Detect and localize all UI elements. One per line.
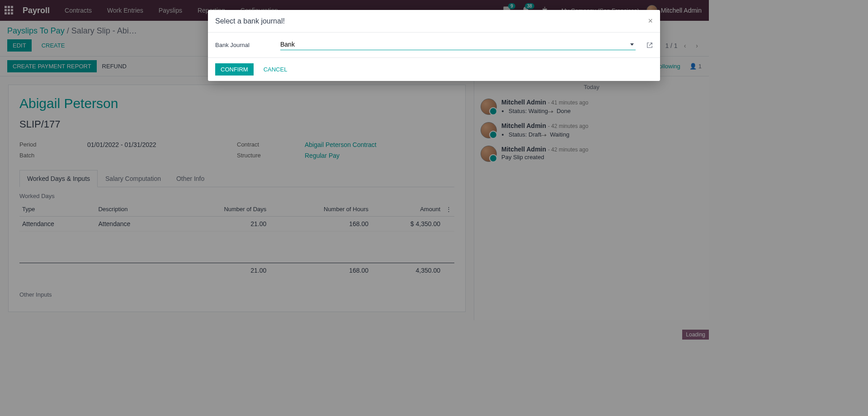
chevron-down-icon[interactable]	[630, 43, 634, 46]
modal-overlay: Select a bank journal! × Bank Journal Co…	[0, 0, 709, 340]
bank-journal-modal: Select a bank journal! × Bank Journal Co…	[208, 10, 660, 81]
confirm-button[interactable]: Confirm	[215, 63, 254, 76]
modal-title: Select a bank journal!	[215, 17, 285, 25]
close-icon[interactable]: ×	[648, 16, 653, 26]
bank-journal-label: Bank Journal	[215, 42, 274, 48]
bank-journal-input[interactable]	[280, 40, 630, 49]
bank-journal-field[interactable]	[280, 40, 636, 50]
cancel-button[interactable]: Cancel	[258, 63, 293, 76]
external-link-icon[interactable]	[646, 42, 653, 48]
